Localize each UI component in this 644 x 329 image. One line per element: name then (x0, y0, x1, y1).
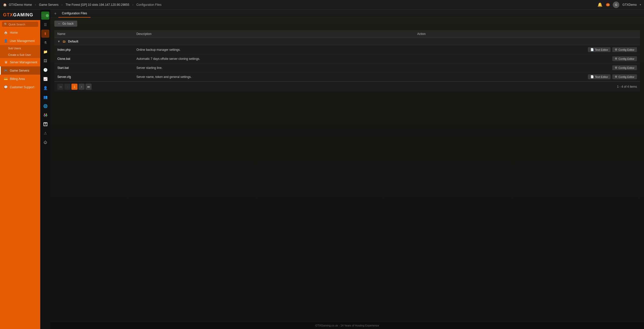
row-0-name: Index.php (54, 45, 133, 54)
row-3-text-editor-button[interactable]: 📄 Text Editor (588, 74, 611, 79)
row-1-config-editor-button[interactable]: ⚙ Config Editor (612, 56, 637, 61)
sidebar-item-home[interactable]: 🏠 Home (0, 28, 40, 37)
icon-sidebar-upload[interactable]: ⬆ (41, 30, 49, 38)
table-row: Server.cfg Server name, token and genera… (54, 72, 640, 81)
row-1-actions: ⚙ Config Editor (414, 54, 640, 63)
table-row: Start.bat Server starting line. ⚙ Config… (54, 63, 640, 72)
col-name: Name (54, 30, 133, 38)
icon-sidebar-flask[interactable]: ⚗ (41, 39, 49, 47)
icon-sidebar-menu[interactable]: ☰ (41, 21, 49, 29)
quick-search-container[interactable]: 🔍 (2, 22, 38, 27)
sidebar-subitem-sub-users[interactable]: Sub Users (0, 45, 40, 52)
page-first-button[interactable]: ⏮ (57, 84, 63, 90)
config-editor-icon-2: ⚙ (615, 66, 617, 69)
config-editor-label-2: Config Editor (618, 66, 634, 69)
group-folder-icon: 🗂 (63, 40, 66, 43)
group-label: Default (68, 40, 78, 43)
sidebar-subitem-create-sub-user[interactable]: Create a Sub User (0, 52, 40, 58)
sidebar-item-billing[interactable]: 💳 Billing Area (0, 75, 40, 83)
icon-sidebar-clock[interactable]: 🕐 (41, 66, 49, 74)
tab-configuration-files[interactable]: Configuration Files (58, 10, 91, 18)
logo-text: GTXGAMING (3, 12, 33, 18)
icon-sidebar-users-group[interactable]: 👫 (41, 111, 49, 119)
breadcrumb-server[interactable]: The Forest [GP] 10 slots 194.147.120.90:… (65, 3, 129, 7)
home-icon: 🏠 (3, 3, 7, 7)
user-label: GTXDemo (622, 3, 637, 7)
page-last-button[interactable]: ⏭ (86, 84, 92, 90)
search-icon: 🔍 (4, 23, 8, 26)
icon-sidebar-image[interactable]: 🖼 (41, 57, 49, 65)
row-2-name: Start.bat (54, 63, 133, 72)
group-label-cell: ▼ 🗂 Default (54, 38, 640, 45)
sidebar-item-server-management[interactable]: 🖥 Server Management (0, 58, 40, 66)
group-arrow-icon: ▼ (57, 40, 60, 43)
notification-bell[interactable]: 🔔 (597, 2, 602, 7)
go-back-button[interactable]: ← Go back (54, 21, 77, 27)
table-group-row: ▼ 🗂 Default (54, 38, 640, 45)
home-nav-icon: 🏠 (4, 31, 8, 34)
search-input[interactable] (9, 23, 36, 26)
server-management-icon: 🖥 (4, 60, 8, 64)
main-content: ← Go back Name Description Action (50, 18, 644, 322)
page-buttons: ⏮ ‹ 1 › ⏭ (57, 84, 92, 90)
sidebar-item-label-server-management: Server Management (10, 61, 37, 64)
page-prev-button[interactable]: ‹ (64, 84, 70, 90)
text-editor-label-0: Text Editor (595, 48, 608, 51)
content-panel: + Configuration Files ← Go back Name Des… (50, 10, 644, 329)
table-header: Name Description Action (54, 30, 640, 38)
icon-sidebar-folder[interactable]: 📁 (41, 48, 49, 56)
config-table: Name Description Action ▼ 🗂 Default (54, 30, 640, 81)
main-layout: GTXGAMING 🔍 🏠 Home 👤 User Management Sub… (0, 10, 644, 329)
row-2-description: Server starting line. (133, 63, 414, 72)
user-avatar: G (613, 2, 619, 8)
icon-sidebar: ☰ ⬆ ⚗ 📁 🖼 🕐 📈 👤 👥 🌐 👫 👪 ⚠ ⏻ (40, 10, 50, 329)
row-3-actions: 📄 Text Editor ⚙ Config Editor (414, 72, 640, 81)
row-0-text-editor-button[interactable]: 📄 Text Editor (588, 47, 611, 52)
row-2-actions: ⚙ Config Editor (414, 63, 640, 72)
footer-text: GTXGaming.co.uk - 14 Years of Hosting Ex… (315, 324, 379, 327)
icon-sidebar-chart[interactable]: 📈 (41, 75, 49, 83)
tab-add-button[interactable]: + (52, 11, 58, 17)
row-0-actions: 📄 Text Editor ⚙ Config Editor (414, 45, 640, 54)
page-next-button[interactable]: › (78, 84, 85, 90)
logo-highlight: GTX (3, 12, 13, 17)
icon-sidebar-user2[interactable]: 👥 (41, 93, 49, 101)
config-editor-icon-1: ⚙ (615, 57, 617, 60)
icon-sidebar-globe[interactable]: 🌐 (41, 102, 49, 110)
icon-sidebar-group[interactable]: 👪 (41, 120, 49, 128)
row-3-config-editor-button[interactable]: ⚙ Config Editor (612, 74, 637, 79)
sidebar-item-game-servers[interactable]: 🎮 Game Servers (0, 66, 40, 75)
toggle-switch[interactable] (41, 14, 49, 18)
breadcrumb-home[interactable]: GTXDemo Home (9, 3, 32, 7)
topbar: 🏠 GTXDemo Home › Game Servers › The Fore… (0, 0, 644, 10)
content-wrap: + Configuration Files ← Go back Name Des… (50, 10, 644, 329)
breadcrumb-sep-1: › (35, 3, 36, 7)
left-sidebar: GTXGAMING 🔍 🏠 Home 👤 User Management Sub… (0, 10, 40, 329)
text-editor-icon-3: 📄 (590, 75, 594, 78)
icon-sidebar-toggle[interactable] (41, 12, 49, 20)
row-1-description: Automatic 7 days offsite server cloning … (133, 54, 414, 63)
text-editor-icon-0: 📄 (590, 48, 594, 51)
config-editor-label-1: Config Editor (618, 57, 634, 60)
sidebar-item-label-user-management: User Management (10, 39, 35, 43)
game-servers-icon: 🎮 (4, 69, 8, 72)
page-1-button[interactable]: 1 (71, 84, 77, 90)
config-editor-icon-3: ⚙ (615, 75, 617, 78)
sidebar-item-user-management[interactable]: 👤 User Management (0, 37, 40, 45)
billing-icon: 💳 (4, 77, 8, 81)
sidebar-item-customer-support[interactable]: 💬 Customer Support (0, 83, 40, 91)
table-row: Index.php Online backup manager settings… (54, 45, 640, 54)
sidebar-nav: 🏠 Home 👤 User Management Sub Users Creat… (0, 28, 40, 329)
user-management-submenu: Sub Users Create a Sub User (0, 45, 40, 58)
user-caret-icon[interactable]: ▾ (640, 3, 641, 6)
row-1-name: Clone.bat (54, 54, 133, 63)
row-0-config-editor-button[interactable]: ⚙ Config Editor (612, 47, 637, 52)
icon-sidebar-alert[interactable]: ⚠ (41, 129, 49, 137)
breadcrumb-game-servers[interactable]: Game Servers (39, 3, 58, 7)
customer-support-icon: 💬 (4, 85, 8, 89)
row-2-config-editor-button[interactable]: ⚙ Config Editor (612, 65, 637, 70)
breadcrumb-current: Configuration Files (136, 3, 162, 7)
icon-sidebar-power[interactable]: ⏻ (41, 138, 49, 146)
icon-sidebar-user1[interactable]: 👤 (41, 84, 49, 92)
sidebar-item-label-customer-support: Customer Support (10, 85, 34, 89)
